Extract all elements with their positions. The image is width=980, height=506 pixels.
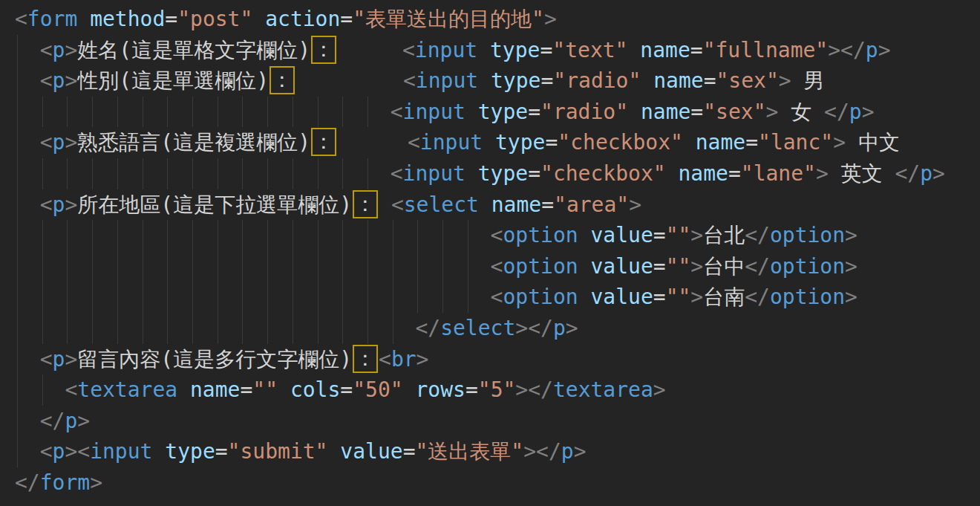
code-line-2[interactable]: <p>姓名(這是單格文字欄位)：<input type="text" name=…: [15, 35, 980, 66]
code-token-tag: p: [561, 439, 574, 464]
code-token-pu: </: [824, 100, 849, 124]
code-token-pu: >: [77, 409, 90, 433]
code-token-tag: p: [53, 38, 65, 62]
code-token-attr: value: [340, 439, 402, 464]
code-token-t: [466, 100, 478, 124]
code-segment: <input type="radio" name="sex"> 男: [403, 65, 825, 97]
code-line-5[interactable]: <p>熟悉語言(這是複選欄位)：<input type="checkbox" n…: [15, 127, 980, 158]
code-token-pu: >: [629, 192, 641, 217]
code-token-str: "": [666, 254, 691, 279]
code-token-tag: form: [27, 7, 77, 31]
code-token-t: [578, 223, 591, 247]
code-line-1[interactable]: <form method="post" action="表單送出的目的地">: [15, 4, 980, 35]
code-token-tag: option: [770, 285, 845, 309]
code-token-pu: >: [690, 254, 703, 279]
code-token-t: [683, 130, 696, 155]
code-token-t: [327, 439, 340, 464]
code-token-tag: p: [920, 161, 932, 186]
code-token-tag: input: [403, 161, 466, 186]
code-token-pu: >: [862, 100, 875, 124]
code-token-pu: <: [379, 347, 391, 372]
code-token-pu: <: [40, 38, 53, 62]
code-segment: </select></p>: [15, 316, 578, 340]
code-token-str: "fullname": [703, 38, 829, 62]
code-token-pu: >: [544, 7, 557, 31]
code-segment: <input type="checkbox" name="lane"> 英文 <…: [15, 161, 945, 186]
code-token-pu: <: [402, 38, 415, 62]
code-token-str: "text": [552, 38, 627, 62]
code-line-9[interactable]: <option value="">台中</option>: [15, 251, 980, 282]
code-token-str: "lanc": [758, 130, 833, 155]
code-token-t: [578, 254, 591, 279]
code-token-str: "checkbox": [558, 130, 683, 155]
code-token-str: "": [252, 377, 278, 402]
code-token-t: [152, 439, 165, 464]
code-token-t: [15, 68, 40, 93]
code-token-t: [578, 285, 591, 309]
code-token-t: 英文: [829, 161, 895, 186]
code-line-15[interactable]: <p><input type="submit" value="送出表單"></p…: [15, 436, 980, 467]
code-line-7[interactable]: <p>所在地區(這是下拉選單欄位)： <select name="area">: [15, 189, 980, 221]
code-token-attr: name: [653, 68, 703, 93]
code-line-11[interactable]: </select></p>: [15, 313, 980, 344]
code-token-pu: ></: [523, 439, 561, 464]
code-token-pu: >: [690, 223, 703, 247]
code-token-attr: type: [478, 161, 528, 186]
code-token-tag: option: [503, 285, 578, 309]
code-editor[interactable]: <form method="post" action="表單送出的目的地"> <…: [0, 0, 980, 506]
code-token-t: [627, 38, 640, 62]
code-line-12[interactable]: <p>留言內容(這是多行文字欄位)：<br>: [15, 344, 980, 375]
code-token-t: [15, 316, 415, 340]
code-token-eq: =: [690, 38, 703, 62]
code-segment: <p>性別(這是單選欄位)：: [15, 68, 295, 93]
code-line-4[interactable]: <input type="radio" name="sex"> 女 </p>: [15, 97, 980, 128]
code-token-str: "lane": [741, 161, 816, 186]
code-token-tag: p: [53, 439, 65, 464]
code-token-eq: =: [466, 377, 478, 402]
code-line-8[interactable]: <option value="">台北</option>: [15, 220, 980, 251]
code-token-pu: ></: [515, 377, 553, 402]
code-token-eq: =: [540, 68, 553, 93]
code-token-pu: <: [408, 130, 420, 155]
code-token-pu: >: [566, 316, 578, 340]
code-segment: </form>: [15, 470, 102, 495]
code-token-str: "sex": [703, 100, 765, 124]
code-token-t: 台中: [703, 254, 745, 279]
code-token-str: "radio": [553, 68, 641, 93]
code-token-eq: =: [403, 439, 416, 464]
code-token-str: "50": [353, 377, 402, 402]
code-line-6[interactable]: <input type="checkbox" name="lane"> 英文 <…: [15, 158, 980, 189]
code-token-attr: value: [590, 223, 653, 247]
code-token-pu: >: [833, 130, 846, 155]
code-token-tag: select: [440, 316, 515, 340]
code-token-pu: </: [895, 161, 921, 186]
code-token-attr: cols: [290, 377, 340, 402]
code-token-attr: type: [490, 38, 540, 62]
code-token-pu: >: [766, 100, 779, 124]
code-line-13[interactable]: <textarea name="" cols="50" rows="5"></t…: [15, 374, 980, 406]
code-line-16[interactable]: </form>: [15, 467, 980, 499]
code-token-pu: >: [653, 377, 666, 402]
code-token-pu: </: [415, 316, 440, 340]
code-token-t: 留言內容(這是多行文字欄位): [77, 347, 352, 372]
code-token-str: "submit": [228, 439, 328, 464]
code-token-pu: >: [690, 285, 703, 309]
code-token-t: 熟悉語言(這是複選欄位): [77, 130, 310, 155]
code-segment: <p>所在地區(這是下拉選單欄位)： <select name="area">: [15, 192, 641, 217]
code-token-t: [628, 100, 641, 124]
code-segment: <p><input type="submit" value="送出表單"></p…: [15, 439, 587, 464]
code-token-pu: >: [65, 38, 77, 62]
unicode-highlight-colon: ：: [353, 345, 378, 373]
code-token-pu: >: [845, 285, 858, 309]
code-token-t: [15, 161, 391, 186]
code-line-3[interactable]: <p>性別(這是單選欄位)：<input type="radio" name="…: [15, 65, 980, 97]
code-token-t: 中文: [846, 130, 900, 155]
code-token-pu: <: [40, 130, 53, 155]
code-token-tag: p: [849, 100, 862, 124]
code-line-10[interactable]: <option value="">台南</option>: [15, 282, 980, 313]
code-token-tag: input: [416, 68, 478, 93]
code-token-pu: <: [491, 223, 503, 247]
code-segment: <textarea name="" cols="50" rows="5"></t…: [15, 377, 666, 402]
code-line-14[interactable]: </p>: [15, 406, 980, 437]
code-token-tag: select: [404, 192, 479, 217]
